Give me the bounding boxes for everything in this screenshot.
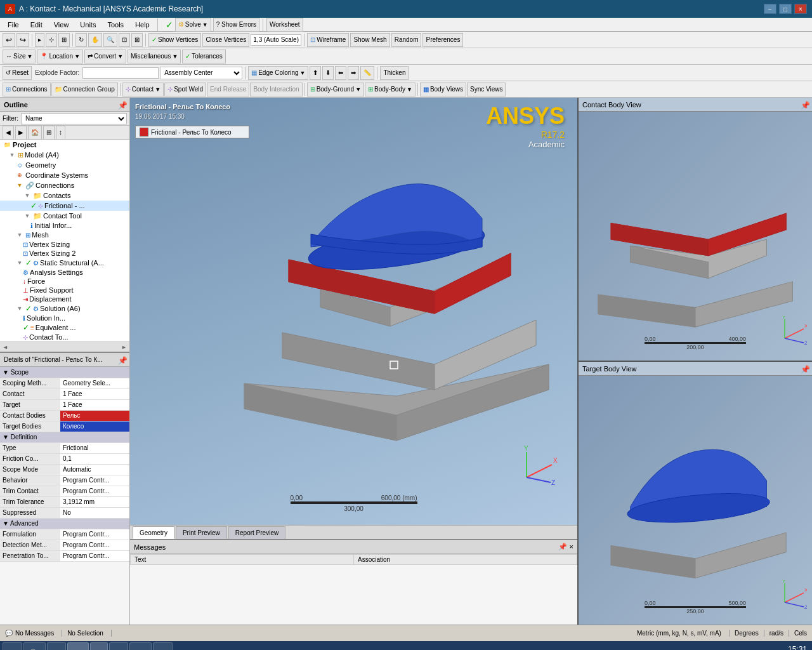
contact-val[interactable]: 1 Face xyxy=(60,388,129,399)
tree-project[interactable]: 📁 Project xyxy=(0,140,129,150)
assembly-center-select[interactable]: Assembly Center xyxy=(160,67,242,79)
wireframe-button[interactable]: ⊡ Wireframe xyxy=(307,33,349,47)
zoom-fit-button[interactable]: ⊠ xyxy=(131,33,143,47)
thicken-button[interactable]: Thicken xyxy=(380,66,409,80)
redo-button[interactable]: ↪ xyxy=(16,33,29,47)
menu-view[interactable]: View xyxy=(49,20,74,30)
taskbar-ansys[interactable]: A xyxy=(90,642,108,650)
tree-contact-tool[interactable]: ▼ 📁 Contact Tool xyxy=(0,211,129,221)
taskbar-word[interactable]: W xyxy=(153,642,173,650)
taskbar-explorer[interactable]: 🗂 xyxy=(67,642,89,650)
show-vertices-button[interactable]: ✓ Show Vertices xyxy=(148,33,201,47)
explode-input[interactable] xyxy=(82,67,159,79)
menu-help[interactable]: Help xyxy=(130,20,155,30)
size-button[interactable]: ↔ Size ▼ xyxy=(3,50,36,63)
menu-tools[interactable]: Tools xyxy=(102,20,129,30)
rotate-button[interactable]: ↻ xyxy=(75,33,87,47)
details-pin-icon[interactable]: 📌 xyxy=(118,356,126,364)
scale-input[interactable] xyxy=(251,34,301,46)
tree-initial-info[interactable]: ℹ Initial Infor... xyxy=(0,221,129,230)
behavior-val[interactable]: Program Contr... xyxy=(60,475,129,486)
reset-button[interactable]: ↺ Reset xyxy=(3,66,32,80)
preferences-button[interactable]: Preferences xyxy=(422,33,463,47)
tree-fixed-support[interactable]: ⊥ Fixed Support xyxy=(0,286,129,295)
filter-select[interactable]: Name xyxy=(21,113,127,124)
tree-scroll[interactable]: 📁 Project ▼ ⊞ Model (A4) ◇ Geometry ⊕ Co… xyxy=(0,140,129,342)
scoping-meth-val[interactable]: Geometry Sele... xyxy=(60,378,129,388)
friction-val[interactable]: 0,1 xyxy=(60,453,129,464)
tree-forward-button[interactable]: ▶ xyxy=(15,126,27,140)
type-val[interactable]: Frictional xyxy=(60,442,129,453)
close-vertices-button[interactable]: Close Vertices xyxy=(202,33,249,47)
arrow3-button[interactable]: ⬅ xyxy=(335,66,346,80)
tree-back-button[interactable]: ◀ xyxy=(3,126,14,140)
tolerances-button[interactable]: ✓ Tolerances xyxy=(182,50,225,63)
spot-weld-button[interactable]: ⊹ Spot Weld xyxy=(164,83,206,96)
tree-mesh[interactable]: ▼ ⊞ Mesh xyxy=(0,230,129,240)
menu-units[interactable]: Units xyxy=(75,20,101,30)
penetration-val[interactable]: Program Contr... xyxy=(60,550,129,561)
tree-home-button[interactable]: 🏠 xyxy=(28,126,42,140)
viewport[interactable]: Frictional - Рельс То Колесо 19.06.2017 … xyxy=(130,98,577,525)
tbv-viewport[interactable]: 0,00 500,00 250,00 X Y Z xyxy=(579,376,812,625)
contact-bodies-val[interactable]: Рельс xyxy=(60,410,129,421)
pan-button[interactable]: ✋ xyxy=(88,33,102,47)
undo-button[interactable]: ↩ xyxy=(3,33,15,47)
tree-solution[interactable]: ▼ ✓ ⚙ Solution (A6) xyxy=(0,303,129,314)
sync-views-button[interactable]: Sync Views xyxy=(467,83,506,96)
tree-coord[interactable]: ⊕ Coordinate Systems xyxy=(0,170,129,180)
formulation-val[interactable]: Program Contr... xyxy=(60,529,129,540)
taskbar-files[interactable]: 📁 xyxy=(129,642,152,650)
suppressed-val[interactable]: No xyxy=(60,507,129,518)
zoom-button[interactable]: 🔍 xyxy=(103,33,117,47)
tree-displacement[interactable]: ⇥ Displacement xyxy=(0,295,129,303)
body-interaction-button[interactable]: Body Interaction xyxy=(250,83,302,96)
tree-sol-info[interactable]: ℹ Solution In... xyxy=(0,314,129,322)
scope-mode-val[interactable]: Automatic xyxy=(60,464,129,475)
target-val[interactable]: 1 Face xyxy=(60,399,129,410)
menu-file[interactable]: File xyxy=(3,20,24,30)
select-button[interactable]: ▸ xyxy=(35,33,44,47)
tree-vertex-sizing[interactable]: ⊡ Vertex Sizing xyxy=(0,240,129,249)
tbv-pin-icon[interactable]: 📌 xyxy=(801,365,808,373)
body-body-button[interactable]: ⊞ Body-Body ▼ xyxy=(365,83,416,96)
tree-geometry[interactable]: ◇ Geometry xyxy=(0,160,129,170)
connections-button[interactable]: ⊞ Connections xyxy=(3,83,51,96)
detection-val[interactable]: Program Contr... xyxy=(60,540,129,550)
miscellaneous-button[interactable]: Miscellaneous ▼ xyxy=(128,50,181,63)
tree-contacts[interactable]: ▼ 📁 Contacts xyxy=(0,190,129,201)
taskbar-gmail[interactable]: ✉ xyxy=(109,642,128,650)
end-release-button[interactable]: End Release xyxy=(207,83,249,96)
cbv-pin-icon[interactable]: 📌 xyxy=(801,101,808,109)
arrow2-button[interactable]: ⬇ xyxy=(322,66,334,80)
tab-geometry[interactable]: Geometry xyxy=(133,526,174,539)
tree-analysis-settings[interactable]: ⚙ Analysis Settings xyxy=(0,268,129,277)
tree-vertex-sizing2[interactable]: ⊡ Vertex Sizing 2 xyxy=(0,249,129,258)
outline-pin-icon[interactable]: 📌 xyxy=(118,101,126,109)
messages-pin-icon[interactable]: 📌 xyxy=(558,543,567,551)
tree-connections[interactable]: ▼ 🔗 Connections xyxy=(0,180,129,190)
trim-contact-val[interactable]: Program Contr... xyxy=(60,486,129,496)
messages-close-icon[interactable]: × xyxy=(570,543,573,551)
edge-coloring-button[interactable]: ▦ Edge Coloring ▼ xyxy=(248,66,308,80)
tree-static[interactable]: ▼ ✓ ⚙ Static Structural (A... xyxy=(0,258,129,268)
location-button[interactable]: 📍 Location ▼ xyxy=(37,50,83,63)
random-button[interactable]: Random xyxy=(391,33,422,47)
close-button[interactable]: × xyxy=(794,4,807,14)
messages-content[interactable]: Text Association xyxy=(130,554,577,625)
show-mesh-button[interactable]: Show Mesh xyxy=(350,33,390,47)
tree-model[interactable]: ▼ ⊞ Model (A4) xyxy=(0,150,129,160)
select2-button[interactable]: ⊹ xyxy=(46,33,57,47)
taskbar-taskview[interactable]: ⊟ xyxy=(47,642,66,650)
tree-contact-to[interactable]: ⊹ Contact To... xyxy=(0,333,129,342)
connection-group-button[interactable]: 📁 Connection Group xyxy=(51,83,118,96)
tree-force[interactable]: ↓ Force xyxy=(0,277,129,286)
body-ground-button[interactable]: ⊞ Body-Ground ▼ xyxy=(307,83,364,96)
tab-report-preview[interactable]: Report Preview xyxy=(228,526,285,539)
show-errors-button[interactable]: ? Show Errors xyxy=(213,18,259,32)
select3-button[interactable]: ⊞ xyxy=(58,33,70,47)
trim-tol-val[interactable]: 3,1912 mm xyxy=(60,496,129,507)
contact-button[interactable]: ⊹ Contact ▼ xyxy=(122,83,164,96)
convert-button[interactable]: ⇄ Convert ▼ xyxy=(84,50,126,63)
tree-sort-button[interactable]: ↕ xyxy=(56,126,65,140)
